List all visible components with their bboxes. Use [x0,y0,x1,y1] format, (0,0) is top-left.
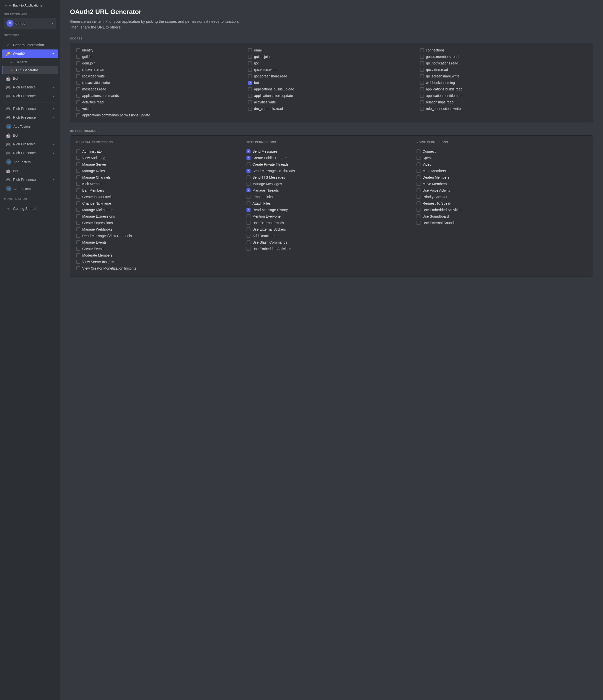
scope-checkbox-dm-channels-read[interactable] [248,107,252,111]
perm-item-create-events[interactable]: Create Events [76,246,241,252]
perm-item-kick-members[interactable]: Kick Members [76,181,241,187]
perm-checkbox-manage-events[interactable] [76,240,80,244]
sidebar-item-app-testers-3[interactable]: 👥 App Testers [2,184,58,193]
sidebar-item-oauth2-general[interactable]: ↳ General [2,58,58,66]
scope-item-role-connections-write[interactable]: role_connections.write [420,107,587,111]
perm-item-use-external-emojis[interactable]: Use External Emojis [246,220,412,226]
perm-checkbox-manage-expressions[interactable] [76,214,80,218]
perm-checkbox-connect[interactable] [416,149,420,153]
perm-item-manage-server[interactable]: Manage Server [76,161,241,168]
perm-checkbox-request-to-speak[interactable] [416,201,420,205]
scope-item-relationships-read[interactable]: relationships.read [420,100,587,104]
perm-checkbox-send-tts-messages[interactable] [246,175,250,179]
perm-item-create-public-threads[interactable]: Create Public Threads [246,155,412,161]
perm-item-send-messages[interactable]: Send Messages [246,148,412,155]
perm-item-ban-members[interactable]: Ban Members [76,187,241,194]
scope-item-rpc-screenshare-write[interactable]: rpc.screenshare.write [420,74,587,78]
perm-item-view-creator-monetization-insights[interactable]: View Creator Monetization Insights [76,265,241,272]
perm-item-send-tts-messages[interactable]: Send TTS Messages [246,174,412,181]
perm-checkbox-speak[interactable] [416,156,420,160]
scope-checkbox-applications-commands[interactable] [76,94,80,98]
perm-item-video[interactable]: Video [416,161,582,168]
perm-checkbox-use-embedded-activities-text[interactable] [246,247,250,251]
perm-checkbox-priority-speaker[interactable] [416,195,420,199]
perm-checkbox-create-events[interactable] [76,247,80,251]
scope-item-activities-read[interactable]: activities.read [76,100,243,104]
perm-item-add-reactions[interactable]: Add Reactions [246,232,412,239]
perm-checkbox-manage-nicknames[interactable] [76,208,80,212]
perm-item-administrator[interactable]: Administrator [76,148,241,155]
scope-item-bot[interactable]: bot [248,81,415,85]
perm-checkbox-mention-everyone[interactable] [246,214,250,218]
scope-item-applications-commands[interactable]: applications.commands [76,94,243,98]
scope-checkbox-bot[interactable] [248,81,252,85]
scope-checkbox-messages-read[interactable] [76,87,80,91]
perm-checkbox-view-audit-log[interactable] [76,156,80,160]
perm-item-create-instant-invite[interactable]: Create Instant Invite [76,194,241,200]
perm-item-use-voice-activity[interactable]: Use Voice Activity [416,187,582,194]
scope-item-dm-channels-read[interactable]: dm_channels.read [248,107,415,111]
perm-item-view-server-insights[interactable]: View Server Insights [76,258,241,265]
scope-checkbox-rpc-screenshare-write[interactable] [420,74,424,78]
perm-checkbox-use-external-stickers[interactable] [246,227,250,231]
sidebar-item-app-testers-2[interactable]: 👥 App Testers [2,157,58,166]
perm-item-send-messages-in-threads[interactable]: Send Messages in Threads [246,168,412,174]
scope-item-identify[interactable]: identify [76,48,243,52]
scope-item-applications-store-update[interactable]: applications.store.update [248,94,415,98]
perm-checkbox-read-message-history[interactable] [246,208,250,212]
perm-checkbox-kick-members[interactable] [76,182,80,186]
scope-item-rpc-notifications-read[interactable]: rpc.notifications.read [420,61,587,65]
scope-checkbox-applications-commands-permissions-update[interactable] [76,113,80,117]
scope-checkbox-email[interactable] [248,48,252,52]
scope-checkbox-rpc[interactable] [248,61,252,65]
perm-item-view-audit-log[interactable]: View Audit Log [76,155,241,161]
scope-item-rpc-activities-write[interactable]: rpc.activities.write [76,81,243,85]
perm-checkbox-embed-links[interactable] [246,195,250,199]
scope-item-rpc-voice-write[interactable]: rpc.voice.write [248,68,415,72]
perm-checkbox-use-soundboard[interactable] [416,214,420,218]
perm-checkbox-create-expressions[interactable] [76,221,80,225]
sidebar-item-rich-presence-4[interactable]: 🎮 Rich Presence › [2,113,58,122]
perm-checkbox-manage-channels[interactable] [76,175,80,179]
perm-item-create-private-threads[interactable]: Create Private Threads [246,161,412,168]
sidebar-item-general-information[interactable]: ⌂ General Information [2,41,58,49]
scope-checkbox-rpc-video-write[interactable] [76,74,80,78]
scope-checkbox-relationships-read[interactable] [420,100,424,104]
perm-checkbox-attach-files[interactable] [246,201,250,205]
perm-checkbox-video[interactable] [416,162,420,166]
scope-item-webhook-incoming[interactable]: webhook.incoming [420,81,587,85]
perm-checkbox-manage-messages[interactable] [246,182,250,186]
scope-item-applications-builds-upload[interactable]: applications.builds.upload [248,87,415,91]
perm-item-mute-members[interactable]: Mute Members [416,168,582,174]
perm-checkbox-manage-webhooks[interactable] [76,227,80,231]
perm-item-change-nickname[interactable]: Change Nickname [76,200,241,207]
perm-item-move-members[interactable]: Move Members [416,181,582,187]
sidebar-item-rich-presence-2[interactable]: 🎮 Rich Presence › [2,92,58,100]
scope-item-messages-read[interactable]: messages.read [76,87,243,91]
sidebar-item-rich-presence-3[interactable]: 🎮 Rich Presence › [2,104,58,113]
perm-item-use-embedded-activities[interactable]: Use Embedded Activities [416,207,582,213]
perm-item-connect[interactable]: Connect [416,148,582,155]
perm-item-manage-expressions[interactable]: Manage Expressions [76,213,241,220]
perm-item-mention-everyone[interactable]: Mention Everyone [246,213,412,220]
sidebar-item-rich-presence-1[interactable]: 🎮 Rich Presence › [2,83,58,92]
scope-checkbox-rpc-activities-write[interactable] [76,81,80,85]
perm-checkbox-use-external-emojis[interactable] [246,221,250,225]
perm-checkbox-moderate-members[interactable] [76,253,80,257]
scope-checkbox-gdm-join[interactable] [76,61,80,65]
perm-checkbox-move-members[interactable] [416,182,420,186]
scope-checkbox-activities-write[interactable] [248,100,252,104]
sidebar-item-rich-presence-7[interactable]: 🎮 Rich Presence › [2,175,58,184]
perm-checkbox-create-public-threads[interactable] [246,156,250,160]
perm-item-manage-threads[interactable]: Manage Threads [246,187,412,194]
scope-checkbox-connections[interactable] [420,48,424,52]
perm-item-use-external-stickers[interactable]: Use External Stickers [246,226,412,232]
perm-checkbox-view-server-insights[interactable] [76,260,80,264]
perm-item-read-message-history[interactable]: Read Message History [246,207,412,213]
perm-item-manage-roles[interactable]: Manage Roles [76,168,241,174]
perm-checkbox-manage-server[interactable] [76,162,80,166]
scope-item-rpc-video-write[interactable]: rpc.video.write [76,74,243,78]
scope-checkbox-voice[interactable] [76,107,80,111]
scope-item-rpc-video-read[interactable]: rpc.video.read [420,68,587,72]
perm-item-embed-links[interactable]: Embed Links [246,194,412,200]
